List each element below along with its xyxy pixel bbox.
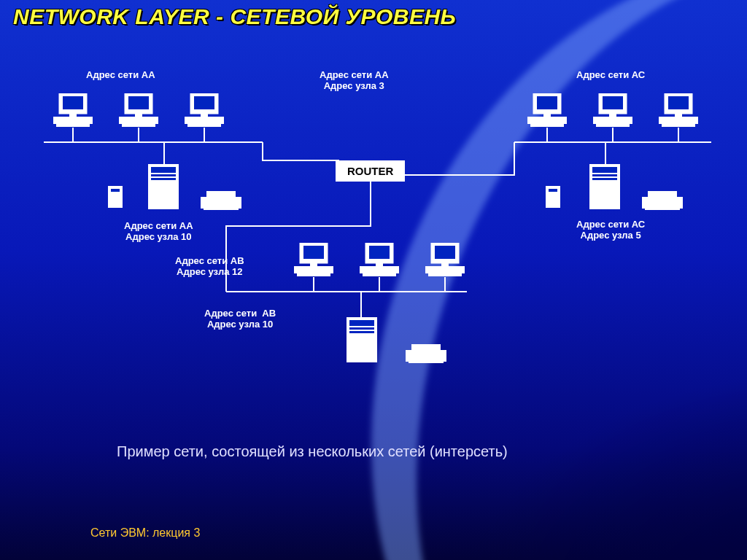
printer-icon [642, 191, 683, 210]
printer-icon [406, 344, 446, 363]
label-net-ac: Адрес сети АС [576, 69, 645, 80]
label-net-aa-node3: Адрес сети АА Адрес узла 3 [320, 69, 389, 91]
label-net-aa-node10: Адрес сети АА Адрес узла 10 [124, 220, 193, 242]
pc-icon [119, 93, 158, 128]
label-net-ab-node12: Адрес сети АВ Адрес узла 12 [175, 255, 244, 277]
small-tower-icon [108, 186, 123, 208]
pc-icon [53, 93, 93, 128]
label-net-ab-node10: Адрес сети АВ Адрес узла 10 [204, 308, 276, 330]
pc-icon [185, 93, 224, 128]
server-icon [148, 164, 179, 209]
pc-icon [294, 243, 333, 278]
label-net-aa: Адрес сети АА [86, 69, 155, 80]
slide-footer: Сети ЭВМ: лекция 3 [90, 526, 200, 540]
pc-icon [593, 93, 632, 128]
label-net-ac-node5: Адрес сети АС Адрес узла 5 [576, 219, 645, 241]
slide-caption: Пример сети, состоящей из нескольких сет… [117, 443, 508, 460]
slide-title: NETWORK LAYER - СЕТЕВОЙ УРОВЕНЬ [13, 4, 456, 29]
printer-icon [201, 191, 241, 210]
small-tower-icon [546, 186, 560, 208]
pc-icon [425, 243, 465, 278]
router-box: ROUTER [336, 160, 405, 182]
pc-icon [527, 93, 567, 128]
server-icon [347, 317, 377, 362]
pc-icon [659, 93, 698, 128]
pc-icon [360, 243, 399, 278]
server-icon [589, 164, 620, 209]
